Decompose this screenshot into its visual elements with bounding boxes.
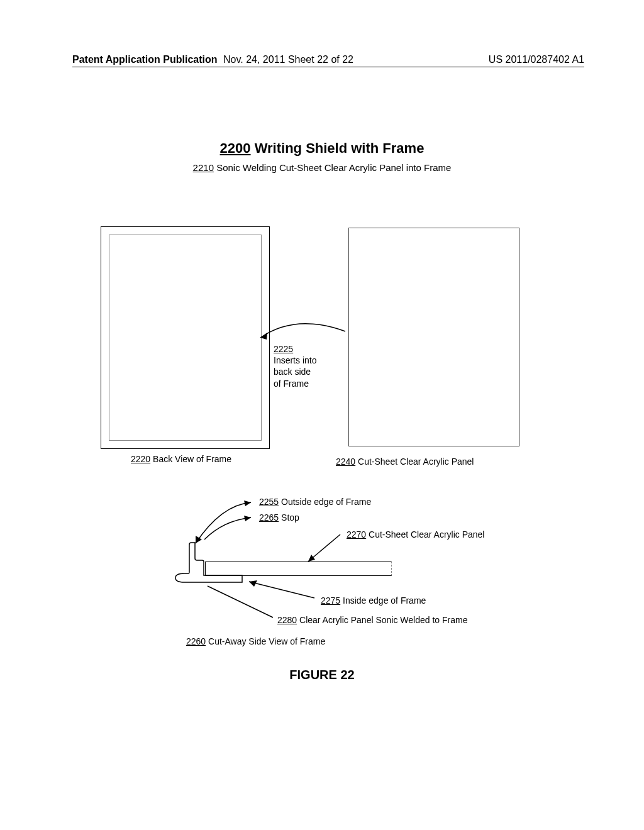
label-2275-number: 2275 [321, 595, 340, 606]
frame-back-view-inner [109, 235, 262, 441]
label-2255: 2255 Outside edge of Frame [259, 497, 371, 507]
label-2265-number: 2265 [259, 512, 279, 523]
label-2240: 2240 Cut-Sheet Clear Acrylic Panel [336, 456, 474, 467]
figure-subtitle: 2210 Sonic Welding Cut-Sheet Clear Acryl… [0, 162, 644, 173]
label-2225-line1: Inserts into [274, 355, 316, 365]
label-2270-text: Cut-Sheet Clear Acrylic Panel [366, 529, 484, 540]
acrylic-panel-side [205, 562, 392, 576]
curve-2225 [260, 324, 345, 338]
label-2270: 2270 Cut-Sheet Clear Acrylic Panel [347, 529, 484, 540]
label-2220: 2220 Back View of Frame [131, 454, 231, 464]
arrowhead-2255-right [244, 501, 251, 506]
header-patent-number: US 2011/0287402 A1 [489, 54, 584, 65]
label-2260-number: 2260 [186, 636, 206, 646]
arrowhead-2270 [308, 555, 315, 562]
label-2260-text: Cut-Away Side View of Frame [206, 636, 325, 646]
label-2225-line2: back side [274, 367, 311, 377]
label-2220-text: Back View of Frame [150, 454, 231, 464]
acrylic-panel-front [348, 228, 519, 446]
label-2240-text: Cut-Sheet Clear Acrylic Panel [355, 456, 474, 467]
label-2280: 2280 Clear Acrylic Panel Sonic Welded to… [277, 615, 467, 625]
label-2265: 2265 Stop [259, 512, 299, 523]
line-2270 [308, 534, 340, 562]
label-2240-number: 2240 [336, 456, 355, 467]
subtitle-number: 2210 [193, 162, 214, 173]
title-text: Writing Shield with Frame [251, 140, 425, 156]
subtitle-text: Sonic Welding Cut-Sheet Clear Acrylic Pa… [214, 162, 451, 173]
label-2270-number: 2270 [347, 529, 366, 540]
label-2255-text: Outside edge of Frame [279, 497, 371, 507]
label-2225-number: 2225 [274, 343, 316, 355]
label-2260: 2260 Cut-Away Side View of Frame [186, 636, 325, 646]
header-publication: Patent Application Publication [72, 54, 218, 65]
leader-lines [0, 0, 644, 830]
label-2275-text: Inside edge of Frame [340, 595, 426, 606]
line-2275 [249, 582, 314, 598]
label-2255-number: 2255 [259, 497, 279, 507]
label-2225: 2225 Inserts into back side of Frame [274, 343, 316, 389]
label-2265-text: Stop [279, 512, 299, 523]
title-number: 2200 [220, 140, 251, 156]
label-2280-text: Clear Acrylic Panel Sonic Welded to Fram… [297, 615, 467, 625]
figure-title: 2200 Writing Shield with Frame [0, 140, 644, 157]
label-2280-number: 2280 [277, 615, 297, 625]
figure-number: FIGURE 22 [0, 668, 644, 682]
curve-2265 [204, 517, 251, 540]
label-2225-line3: of Frame [274, 379, 309, 389]
label-2275: 2275 Inside edge of Frame [321, 595, 426, 606]
curve-2255 [196, 502, 251, 543]
header-date-sheet: Nov. 24, 2011 Sheet 22 of 22 [223, 54, 353, 65]
label-2220-number: 2220 [131, 454, 150, 464]
arrowhead-2265 [244, 516, 251, 521]
page-header: Patent Application Publication Nov. 24, … [72, 54, 584, 67]
